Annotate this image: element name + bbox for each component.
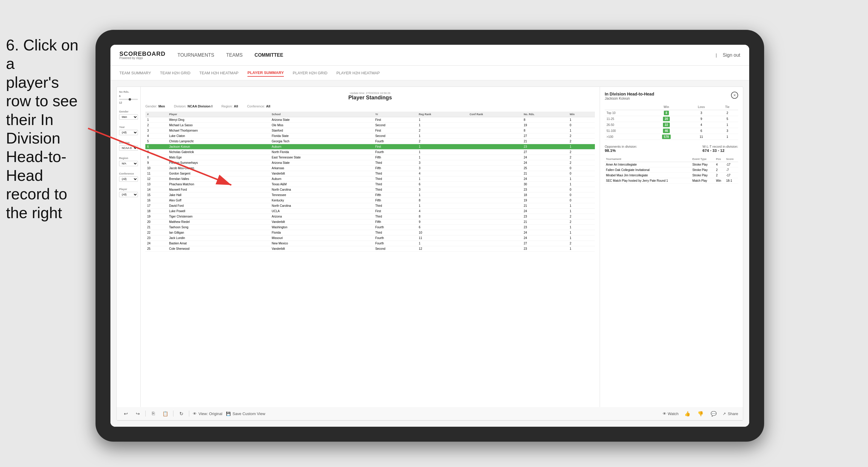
sf-region: Region: All [221,104,238,108]
nav-tournaments[interactable]: TOURNAMENTS [177,51,214,59]
refresh-button[interactable]: ↻ [177,409,185,418]
nav-teams[interactable]: TEAMS [226,51,243,59]
save-custom-view-button[interactable]: 💾 Save Custom View [226,411,266,416]
paste-button[interactable]: 📋 [161,409,169,418]
table-row[interactable]: 12 Brendan Valles Auburn Third 1 24 1 [145,176,595,182]
table-row[interactable]: 11 Gordon Sargent Vanderbilt Third 4 21 … [145,171,595,176]
year-select[interactable]: (All) [119,130,138,135]
share-button[interactable]: ↗ Share [723,411,738,416]
table-row[interactable]: 2 Michael La Sasso Ole Miss Second 1 19 … [145,123,595,128]
cell-num: 14 [145,187,167,192]
cell-conf-rank [468,123,522,128]
table-row[interactable]: 4 Luke Claton Florida State Second 1 27 … [145,133,595,139]
comment-button[interactable]: 💬 [710,409,718,418]
h2h-tie-cell: 2 [717,110,738,116]
cell-num: 19 [145,214,167,219]
table-row[interactable]: 21 Taehoon Song Washington Fourth 6 23 1 [145,225,595,230]
table-row[interactable]: 18 Luke Powell UCLA First 4 24 1 [145,209,595,214]
t-col-score: Score [725,156,738,162]
table-row[interactable]: 7 Nicholas Gabrelcik North Florida Fourt… [145,150,595,155]
col-no-rds: No. Rds. [522,112,568,117]
filter-no-rds: No Rds. 6 12 [119,90,138,104]
cell-reg-rank: 4 [417,171,468,176]
gender-select[interactable]: Men Women [119,114,138,120]
tablet-frame: SCOREBOARD Powered by clippi TOURNAMENTS… [95,30,764,442]
h2h-opponents-value: 98.1% [605,148,637,153]
cell-school: North Florida [270,150,373,155]
table-row[interactable]: 24 Bastien Amat New Mexico Fourth 1 27 2 [145,241,595,246]
t-type: Stroke Play [691,173,715,178]
table-row[interactable]: 20 Matthew Riedel Vanderbilt Fifth 9 21 … [145,219,595,225]
share-icon: ↗ [723,411,726,416]
table-row[interactable]: 22 Ian Gilligan Florida Third 10 24 1 [145,230,595,236]
table-row[interactable]: 6 Jackson Koivun Auburn First 1 23 1 [145,144,595,150]
table-row[interactable]: 3 Michael Thorbjornsen Stanford First 2 … [145,128,595,133]
cell-win: 2 [568,139,595,144]
table-row[interactable]: 25 Cole Sherwood Vanderbilt Second 12 23… [145,246,595,252]
table-row[interactable]: 19 Tiger Christensen Arizona Third 8 23 … [145,214,595,219]
subnav-player-summary[interactable]: PLAYER SUMMARY [247,69,284,77]
t-name: SEC Match Play hosted by Jerry Pate Roun… [605,178,691,184]
subnav-team-h2h-heatmap[interactable]: TEAM H2H HEATMAP [199,69,239,76]
redo-button[interactable]: ↪ [133,409,142,418]
h2h-panel: In Division Head-to-Head Jackson Koivun … [600,87,743,407]
thumbsup-button[interactable]: 👍 [683,409,691,418]
cell-win: 2 [568,219,595,225]
tournament-header-row: Tournament Event Type Pos Score [605,156,738,162]
subnav-player-h2h-grid[interactable]: PLAYER H2H GRID [293,69,328,76]
cell-num: 12 [145,176,167,182]
cell-yr: Third [373,230,417,236]
h2h-opponents-label: Opponents in division: [605,145,637,148]
sign-out-link[interactable]: Sign out [723,51,740,59]
cell-conf-rank [468,182,522,187]
copy-button[interactable]: ⎘ [149,409,158,418]
region-select[interactable]: N/A [119,161,138,166]
cell-num: 2 [145,123,167,128]
cell-yr: Fourth [373,150,417,155]
cell-school: Arkansas [270,166,373,171]
table-row[interactable]: 1 Wenyi Ding Arizona State First 1 8 1 [145,117,595,123]
h2h-rank-label: 26-50 [605,122,647,128]
h2h-loss-cell: 9 [686,116,717,122]
h2h-grid-row: 11-25 20 9 5 [605,116,738,122]
h2h-grid-row: 51-100 46 6 3 [605,128,738,134]
table-row[interactable]: 10 Jacob Mou-Olesen Arkansas Fifth 3 25 … [145,166,595,171]
cell-yr: Fourth [373,139,417,144]
table-row[interactable]: 23 Jack Lundin Missouri Fourth 11 24 1 [145,236,595,241]
cell-conf-rank [468,209,522,214]
t-pos: 4 [715,162,725,167]
division-select[interactable]: NCAA Division I [119,145,138,151]
tournament-row: SEC Match Play hosted by Jerry Pate Roun… [605,178,738,184]
t-pos: Win [715,178,725,184]
undo-button[interactable]: ↩ [122,409,130,418]
cell-rds: 23 [522,225,568,230]
table-row[interactable]: 8 Mats Ege East Tennessee State Fifth 1 … [145,155,595,160]
t-name: Fallen Oak Collegiate Invitational [605,167,691,173]
subnav-team-h2h-grid[interactable]: TEAM H2H GRID [160,69,190,76]
cell-conf-rank [468,155,522,160]
standings-filters: Gender: Men Division: NCAA Division I Re… [145,104,595,108]
table-row[interactable]: 9 Preston Summerhays Arizona State Third… [145,160,595,166]
thumbsdown-button[interactable]: 👎 [696,409,705,418]
cell-reg-rank: 1 [417,144,468,150]
table-row[interactable]: 16 Alex Goff Kentucky Fifth 8 19 0 [145,198,595,203]
t-score: -7 [725,167,738,173]
h2h-close-button[interactable]: × [731,92,738,99]
cell-rds: 24 [522,230,568,236]
cell-player: David Ford [167,203,270,209]
watch-button[interactable]: 👁 Watch [663,411,678,416]
table-row[interactable]: 14 Maxwell Ford North Carolina Third 3 2… [145,187,595,192]
view-original-button[interactable]: 👁 View: Original [193,411,222,416]
subnav-player-h2h-heatmap[interactable]: PLAYER H2H HEATMAP [336,69,380,76]
cell-player: Michael Thorbjornsen [167,128,270,133]
table-row[interactable]: 15 Jake Hall Tennessee Fifth 1 18 0 [145,192,595,198]
subnav-team-summary[interactable]: TEAM SUMMARY [119,69,151,76]
table-row[interactable]: 5 Christo Lamprecht Georgia Tech Fourth … [145,139,595,144]
conference-select[interactable]: (All) [119,176,138,182]
t-pos: 2 [715,167,725,173]
table-row[interactable]: 17 David Ford North Carolina Third 1 21 … [145,203,595,209]
no-rds-slider[interactable] [119,99,138,100]
player-select[interactable]: (All) [119,192,138,197]
table-row[interactable]: 13 Phachara Matchon Texas A&M Third 6 30… [145,182,595,187]
nav-committee[interactable]: COMMITTEE [255,51,283,59]
